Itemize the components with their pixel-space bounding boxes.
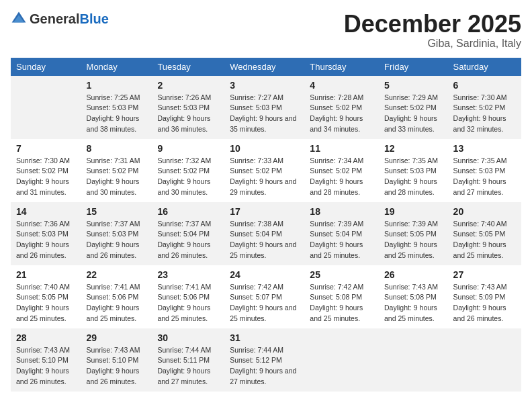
- day-info: Sunrise: 7:43 AMSunset: 5:08 PMDaylight:…: [384, 282, 443, 324]
- month-title: December 2025: [344, 11, 521, 38]
- day-number: 29: [87, 332, 147, 343]
- calendar-cell: 26Sunrise: 7:43 AMSunset: 5:08 PMDayligh…: [379, 265, 448, 328]
- day-info: Sunrise: 7:36 AMSunset: 5:03 PMDaylight:…: [16, 219, 76, 261]
- day-info: Sunrise: 7:26 AMSunset: 5:03 PMDaylight:…: [157, 93, 219, 135]
- calendar-cell: 6Sunrise: 7:30 AMSunset: 5:02 PMDaylight…: [448, 76, 521, 139]
- day-number: 15: [87, 206, 147, 217]
- day-info: Sunrise: 7:42 AMSunset: 5:07 PMDaylight:…: [230, 282, 299, 324]
- day-number: 26: [384, 269, 443, 280]
- day-info: Sunrise: 7:27 AMSunset: 5:03 PMDaylight:…: [230, 93, 299, 135]
- day-info: Sunrise: 7:30 AMSunset: 5:02 PMDaylight:…: [453, 93, 516, 135]
- day-info: Sunrise: 7:41 AMSunset: 5:06 PMDaylight:…: [87, 282, 147, 324]
- day-number: 25: [310, 269, 373, 280]
- weekday-header-monday: Monday: [81, 58, 152, 76]
- day-info: Sunrise: 7:35 AMSunset: 5:03 PMDaylight:…: [384, 156, 443, 198]
- logo-text-blue: Blue: [79, 11, 108, 26]
- day-info: Sunrise: 7:37 AMSunset: 5:03 PMDaylight:…: [87, 219, 147, 261]
- day-number: 21: [16, 269, 76, 280]
- day-number: 3: [230, 80, 299, 91]
- day-info: Sunrise: 7:44 AMSunset: 5:12 PMDaylight:…: [230, 345, 299, 387]
- calendar-table: SundayMondayTuesdayWednesdayThursdayFrid…: [11, 58, 521, 392]
- calendar-cell: 11Sunrise: 7:34 AMSunset: 5:02 PMDayligh…: [304, 139, 379, 202]
- calendar-cell: 29Sunrise: 7:43 AMSunset: 5:10 PMDayligh…: [81, 328, 152, 392]
- day-number: 13: [453, 143, 516, 154]
- day-number: 9: [157, 143, 219, 154]
- day-number: 14: [16, 206, 76, 217]
- day-info: Sunrise: 7:43 AMSunset: 5:10 PMDaylight:…: [16, 345, 76, 387]
- day-info: Sunrise: 7:43 AMSunset: 5:10 PMDaylight:…: [87, 345, 147, 387]
- calendar-cell: 19Sunrise: 7:39 AMSunset: 5:05 PMDayligh…: [379, 202, 448, 265]
- day-number: 30: [157, 332, 219, 343]
- day-number: 12: [384, 143, 443, 154]
- day-info: Sunrise: 7:40 AMSunset: 5:05 PMDaylight:…: [453, 219, 516, 261]
- calendar-cell: 24Sunrise: 7:42 AMSunset: 5:07 PMDayligh…: [224, 265, 304, 328]
- calendar-cell: 16Sunrise: 7:37 AMSunset: 5:04 PMDayligh…: [152, 202, 224, 265]
- calendar-cell: 3Sunrise: 7:27 AMSunset: 5:03 PMDaylight…: [224, 76, 304, 139]
- calendar-week-row: 14Sunrise: 7:36 AMSunset: 5:03 PMDayligh…: [11, 202, 521, 265]
- calendar-cell: 23Sunrise: 7:41 AMSunset: 5:06 PMDayligh…: [152, 265, 224, 328]
- calendar-cell: 10Sunrise: 7:33 AMSunset: 5:02 PMDayligh…: [224, 139, 304, 202]
- calendar-cell: 2Sunrise: 7:26 AMSunset: 5:03 PMDaylight…: [152, 76, 224, 139]
- calendar-cell: 20Sunrise: 7:40 AMSunset: 5:05 PMDayligh…: [448, 202, 521, 265]
- day-number: 4: [310, 80, 373, 91]
- calendar-week-row: 1Sunrise: 7:25 AMSunset: 5:03 PMDaylight…: [11, 76, 521, 139]
- calendar-cell: 12Sunrise: 7:35 AMSunset: 5:03 PMDayligh…: [379, 139, 448, 202]
- weekday-header-saturday: Saturday: [448, 58, 521, 76]
- day-number: 2: [157, 80, 219, 91]
- calendar-cell: 28Sunrise: 7:43 AMSunset: 5:10 PMDayligh…: [11, 328, 81, 392]
- calendar-cell: 27Sunrise: 7:43 AMSunset: 5:09 PMDayligh…: [448, 265, 521, 328]
- calendar-cell: 1Sunrise: 7:25 AMSunset: 5:03 PMDaylight…: [81, 76, 152, 139]
- title-block: December 2025 Giba, Sardinia, Italy: [344, 11, 521, 50]
- day-number: 23: [157, 269, 219, 280]
- day-number: 6: [453, 80, 516, 91]
- day-info: Sunrise: 7:33 AMSunset: 5:02 PMDaylight:…: [230, 156, 299, 198]
- calendar-cell: [379, 328, 448, 392]
- day-number: 27: [453, 269, 516, 280]
- weekday-header-wednesday: Wednesday: [224, 58, 304, 76]
- day-number: 31: [230, 332, 299, 343]
- day-number: 1: [87, 80, 147, 91]
- weekday-header-sunday: Sunday: [11, 58, 81, 76]
- calendar-cell: 9Sunrise: 7:32 AMSunset: 5:02 PMDaylight…: [152, 139, 224, 202]
- day-info: Sunrise: 7:34 AMSunset: 5:02 PMDaylight:…: [310, 156, 373, 198]
- calendar-cell: 15Sunrise: 7:37 AMSunset: 5:03 PMDayligh…: [81, 202, 152, 265]
- calendar-cell: 30Sunrise: 7:44 AMSunset: 5:11 PMDayligh…: [152, 328, 224, 392]
- day-info: Sunrise: 7:41 AMSunset: 5:06 PMDaylight:…: [157, 282, 219, 324]
- day-info: Sunrise: 7:30 AMSunset: 5:02 PMDaylight:…: [16, 156, 76, 198]
- day-number: 19: [384, 206, 443, 217]
- day-info: Sunrise: 7:38 AMSunset: 5:04 PMDaylight:…: [230, 219, 299, 261]
- calendar-cell: [304, 328, 379, 392]
- calendar-cell: 14Sunrise: 7:36 AMSunset: 5:03 PMDayligh…: [11, 202, 81, 265]
- day-number: 16: [157, 206, 219, 217]
- calendar-cell: 13Sunrise: 7:35 AMSunset: 5:03 PMDayligh…: [448, 139, 521, 202]
- calendar-cell: 17Sunrise: 7:38 AMSunset: 5:04 PMDayligh…: [224, 202, 304, 265]
- calendar-cell: 21Sunrise: 7:40 AMSunset: 5:05 PMDayligh…: [11, 265, 81, 328]
- calendar-cell: [448, 328, 521, 392]
- calendar-week-row: 7Sunrise: 7:30 AMSunset: 5:02 PMDaylight…: [11, 139, 521, 202]
- day-number: 10: [230, 143, 299, 154]
- day-info: Sunrise: 7:29 AMSunset: 5:02 PMDaylight:…: [384, 93, 443, 135]
- day-number: 18: [310, 206, 373, 217]
- calendar-cell: [11, 76, 81, 139]
- day-info: Sunrise: 7:25 AMSunset: 5:03 PMDaylight:…: [87, 93, 147, 135]
- weekday-header-tuesday: Tuesday: [152, 58, 224, 76]
- day-info: Sunrise: 7:42 AMSunset: 5:08 PMDaylight:…: [310, 282, 373, 324]
- calendar-cell: 18Sunrise: 7:39 AMSunset: 5:04 PMDayligh…: [304, 202, 379, 265]
- day-info: Sunrise: 7:44 AMSunset: 5:11 PMDaylight:…: [157, 345, 219, 387]
- day-number: 17: [230, 206, 299, 217]
- day-info: Sunrise: 7:40 AMSunset: 5:05 PMDaylight:…: [16, 282, 76, 324]
- day-info: Sunrise: 7:39 AMSunset: 5:05 PMDaylight:…: [384, 219, 443, 261]
- day-info: Sunrise: 7:28 AMSunset: 5:02 PMDaylight:…: [310, 93, 373, 135]
- day-number: 8: [87, 143, 147, 154]
- calendar-cell: 7Sunrise: 7:30 AMSunset: 5:02 PMDaylight…: [11, 139, 81, 202]
- weekday-header-thursday: Thursday: [304, 58, 379, 76]
- calendar-cell: 31Sunrise: 7:44 AMSunset: 5:12 PMDayligh…: [224, 328, 304, 392]
- weekday-header-friday: Friday: [379, 58, 448, 76]
- logo-icon: [11, 11, 27, 27]
- calendar-week-row: 21Sunrise: 7:40 AMSunset: 5:05 PMDayligh…: [11, 265, 521, 328]
- day-info: Sunrise: 7:39 AMSunset: 5:04 PMDaylight:…: [310, 219, 373, 261]
- calendar-cell: 4Sunrise: 7:28 AMSunset: 5:02 PMDaylight…: [304, 76, 379, 139]
- logo: GeneralBlue: [11, 11, 109, 27]
- day-number: 5: [384, 80, 443, 91]
- day-number: 7: [16, 143, 76, 154]
